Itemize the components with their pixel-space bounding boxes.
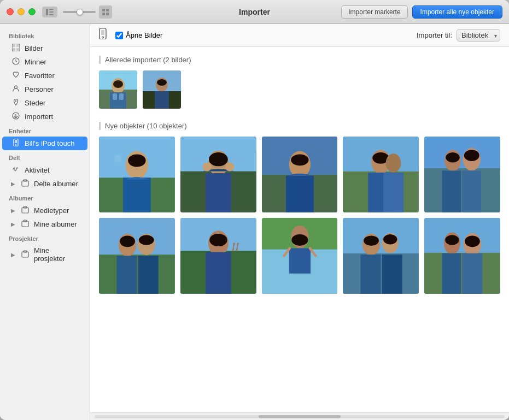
import-all-button[interactable]: Importer alle nye objekter bbox=[412, 5, 502, 19]
titlebar: Importer Importer markerte Importer alle… bbox=[0, 0, 509, 24]
svg-rect-76 bbox=[442, 170, 461, 212]
media-types-icon bbox=[20, 206, 30, 215]
sidebar-item-bilder[interactable]: Bilder bbox=[2, 42, 87, 55]
already-imported-grid bbox=[99, 70, 500, 109]
svg-point-94 bbox=[209, 234, 227, 246]
sidebar-steder-label: Steder bbox=[25, 99, 45, 107]
sidebar-aktivitet-label: Aktivitet bbox=[25, 166, 50, 174]
open-photos-check[interactable] bbox=[115, 32, 123, 39]
svg-point-62 bbox=[291, 154, 308, 165]
imported-photo-1[interactable] bbox=[99, 70, 137, 109]
new-photo-8[interactable] bbox=[262, 218, 338, 294]
svg-rect-1 bbox=[49, 9, 54, 10]
svg-rect-82 bbox=[99, 218, 175, 255]
svg-rect-9 bbox=[13, 44, 15, 47]
my-albums-icon bbox=[20, 220, 30, 229]
new-photo-2[interactable] bbox=[180, 137, 256, 212]
svg-rect-34 bbox=[110, 92, 126, 109]
sidebar-item-favoritter[interactable]: Favoritter bbox=[2, 69, 87, 82]
svg-point-37 bbox=[113, 80, 123, 88]
import-to-text: Importer til: bbox=[417, 31, 452, 39]
zoom-slider[interactable] bbox=[63, 11, 96, 13]
zoom-slider-thumb[interactable] bbox=[77, 9, 83, 15]
import-destination-select[interactable]: Bibliotek Album bbox=[457, 29, 500, 42]
delte-albumer-expander[interactable]: ▶ bbox=[11, 181, 15, 187]
sidebar-toggle-button[interactable] bbox=[42, 7, 57, 17]
new-photo-3[interactable] bbox=[262, 137, 338, 212]
import-selected-button[interactable]: Importer markerte bbox=[341, 5, 407, 19]
sidebar-item-personer[interactable]: Personer bbox=[2, 82, 87, 96]
svg-rect-35 bbox=[113, 93, 117, 100]
new-objects-section: Nye objekter (10 objekter) bbox=[99, 122, 500, 294]
svg-rect-41 bbox=[155, 91, 169, 109]
svg-rect-5 bbox=[106, 9, 109, 11]
new-photo-6[interactable] bbox=[99, 218, 175, 294]
svg-point-19 bbox=[15, 145, 16, 146]
sidebar-importert-label: Importert bbox=[25, 113, 53, 121]
svg-rect-18 bbox=[15, 140, 17, 143]
sidebar-item-minner[interactable]: Minner bbox=[2, 55, 87, 69]
sidebar-section-projects: Prosjekter bbox=[0, 231, 90, 244]
svg-rect-0 bbox=[46, 9, 48, 15]
maximize-button[interactable] bbox=[28, 8, 36, 15]
new-photo-5[interactable] bbox=[424, 137, 500, 212]
svg-rect-6 bbox=[102, 13, 105, 15]
svg-rect-29 bbox=[101, 30, 104, 35]
toolbar-controls bbox=[42, 5, 112, 19]
mine-prosjekter-expander[interactable]: ▶ bbox=[11, 252, 15, 258]
sidebar-item-mine-albumer[interactable]: ▶ Mine albumer bbox=[2, 217, 87, 231]
svg-point-88 bbox=[139, 235, 154, 245]
app-window: Importer Importer markerte Importer alle… bbox=[0, 0, 509, 420]
svg-point-117 bbox=[445, 235, 459, 245]
device-icon bbox=[99, 28, 107, 42]
window-title-text: Importer bbox=[239, 8, 270, 16]
sidebar-section-albums: Albumer bbox=[0, 191, 90, 204]
svg-rect-3 bbox=[49, 14, 54, 15]
mine-albumer-expander[interactable]: ▶ bbox=[11, 221, 15, 227]
svg-rect-36 bbox=[119, 93, 124, 100]
sidebar-item-mine-prosjekter[interactable]: ▶ Mine prosjekter bbox=[2, 244, 87, 265]
photos-icon bbox=[11, 44, 21, 53]
svg-rect-11 bbox=[13, 48, 15, 51]
sidebar-item-medietyper[interactable]: ▶ Medietyper bbox=[2, 204, 87, 217]
new-photo-1[interactable] bbox=[99, 137, 175, 212]
new-objects-grid bbox=[99, 137, 500, 294]
close-button[interactable] bbox=[7, 8, 14, 15]
minimize-button[interactable] bbox=[17, 8, 25, 15]
svg-rect-112 bbox=[424, 218, 500, 253]
svg-rect-107 bbox=[382, 255, 402, 294]
svg-point-87 bbox=[120, 235, 135, 247]
new-photo-7[interactable] bbox=[180, 218, 256, 294]
svg-rect-86 bbox=[138, 256, 159, 293]
svg-rect-12 bbox=[16, 48, 19, 51]
svg-point-15 bbox=[15, 100, 16, 102]
svg-point-48 bbox=[128, 154, 145, 167]
zoom-slider-container bbox=[63, 11, 96, 13]
svg-point-49 bbox=[114, 155, 122, 163]
horizontal-scrollbar-container bbox=[90, 412, 509, 420]
sidebar-delte-albumer-label: Delte albumer bbox=[34, 180, 78, 188]
new-photo-10[interactable] bbox=[424, 218, 500, 294]
sidebar-bilder-label: Bilder bbox=[25, 44, 43, 52]
svg-point-30 bbox=[102, 37, 104, 38]
sidebar-item-steder[interactable]: Steder bbox=[2, 96, 87, 110]
svg-rect-106 bbox=[361, 255, 381, 294]
new-photo-9[interactable] bbox=[343, 218, 419, 294]
sidebar-favoritter-label: Favoritter bbox=[25, 72, 55, 80]
horizontal-scrollbar-thumb[interactable] bbox=[259, 415, 341, 418]
traffic-lights bbox=[7, 8, 36, 15]
svg-rect-4 bbox=[102, 9, 105, 11]
medietyper-expander[interactable]: ▶ bbox=[11, 208, 15, 214]
open-photos-checkbox[interactable]: Åpne Bilder bbox=[115, 31, 162, 39]
sidebar-item-bills-ipod[interactable]: Bill's iPod touch bbox=[2, 137, 87, 150]
sidebar-item-delte-albumer[interactable]: ▶ Delte albumer bbox=[2, 177, 87, 191]
sidebar-item-importert[interactable]: Importert bbox=[2, 110, 87, 123]
import-destination-wrapper: Bibliotek Album bbox=[457, 29, 500, 42]
view-toggle[interactable] bbox=[99, 5, 112, 19]
imported-photo-2[interactable] bbox=[143, 70, 181, 109]
sidebar-item-aktivitet[interactable]: Aktivitet bbox=[2, 163, 87, 177]
sidebar: Bibliotek Bilder bbox=[0, 24, 90, 420]
svg-point-56 bbox=[225, 162, 234, 171]
svg-point-109 bbox=[383, 234, 397, 245]
new-photo-4[interactable] bbox=[343, 137, 419, 212]
